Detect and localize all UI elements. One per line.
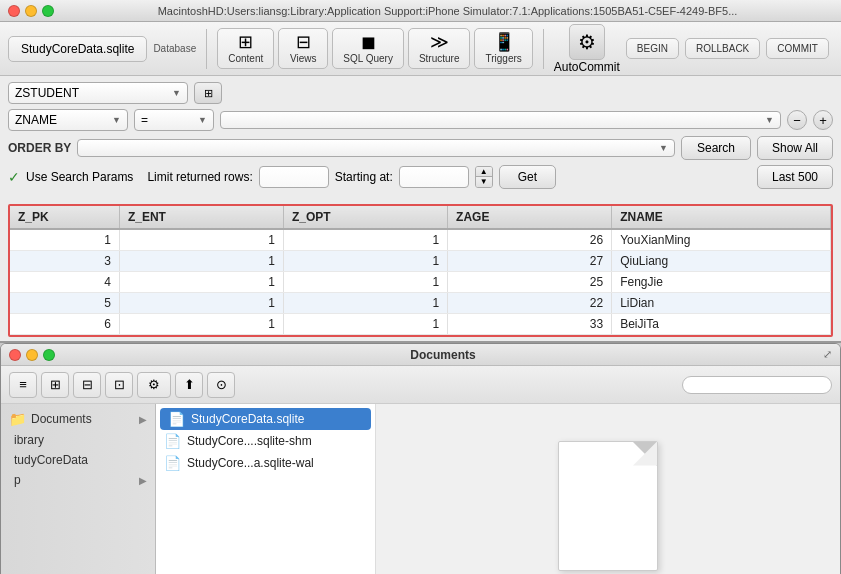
query-row-2: ZNAME ▼ = ▼ ▼ − + [8, 109, 833, 131]
cell-zname: QiuLiang [612, 251, 831, 272]
value-select[interactable]: ▼ [220, 111, 781, 129]
col-header-zopt[interactable]: Z_OPT [283, 206, 447, 229]
maximize-button[interactable] [42, 5, 54, 17]
commit-button[interactable]: COMMIT [766, 38, 829, 59]
cell-zage: 26 [448, 229, 612, 251]
finder-toolbar: ≡ ⊞ ⊟ ⊡ ⚙ ⬆ ⊙ 🔍 [1, 366, 840, 404]
sqlite-wal-filename: StudyCore...a.sqlite-wal [187, 456, 314, 470]
table-row[interactable]: 6 1 1 33 BeiJiTa [10, 314, 831, 335]
cover-flow-button[interactable]: ⊟ [73, 372, 101, 398]
sidebar-item-studycoredata[interactable]: tudyCoreData [1, 450, 155, 470]
check-icon: ✓ [8, 169, 20, 185]
grid-icon-button[interactable]: ⊞ [194, 82, 222, 104]
sidebar-library-label: ibrary [14, 433, 44, 447]
begin-button[interactable]: BEGIN [626, 38, 679, 59]
document-preview [558, 441, 658, 571]
sidebar-item-p[interactable]: p ▶ [1, 470, 155, 490]
column-view-button[interactable]: ⊞ [41, 372, 69, 398]
minimize-button[interactable] [25, 5, 37, 17]
db-filename-button[interactable]: StudyCoreData.sqlite [8, 36, 147, 62]
toggle-button[interactable]: ⊙ [207, 372, 235, 398]
finder-close[interactable] [9, 349, 21, 361]
stepper-down[interactable]: ▼ [476, 177, 492, 187]
finder-search-input[interactable] [682, 376, 832, 394]
show-all-button[interactable]: Show All [757, 136, 833, 160]
finder-minimize[interactable] [26, 349, 38, 361]
expand-icon[interactable]: ⤢ [823, 348, 832, 361]
cell-zent: 1 [119, 293, 283, 314]
finder-sidebar: 📁 Documents ▶ ibrary tudyCoreData p ▶ [1, 404, 156, 574]
grid-view-button[interactable]: ⊡ [105, 372, 133, 398]
toolbar-section-main: ⊞ Content ⊟ Views ◼ SQL Query ≫ Structur… [217, 28, 533, 69]
folder-icon: 📁 [9, 411, 26, 427]
order-by-label: ORDER BY [8, 141, 71, 155]
share-button[interactable]: ⬆ [175, 372, 203, 398]
cell-zent: 1 [119, 251, 283, 272]
cell-zname: BeiJiTa [612, 314, 831, 335]
order-by-select[interactable]: ▼ [77, 139, 675, 157]
table-select[interactable]: ZSTUDENT ▼ [8, 82, 188, 104]
triggers-label: Triggers [485, 53, 521, 64]
sidebar-studycore-label: tudyCoreData [14, 453, 88, 467]
file-item-sqlite-shm[interactable]: 📄 StudyCore....sqlite-shm [156, 430, 375, 452]
remove-condition-button[interactable]: − [787, 110, 807, 130]
sql-query-button[interactable]: ◼ SQL Query [332, 28, 404, 69]
close-button[interactable] [8, 5, 20, 17]
add-condition-button[interactable]: + [813, 110, 833, 130]
finder-maximize[interactable] [43, 349, 55, 361]
structure-button[interactable]: ≫ Structure [408, 28, 471, 69]
last500-button[interactable]: Last 500 [757, 165, 833, 189]
stepper-up[interactable]: ▲ [476, 167, 492, 177]
sqlite-wal-icon: 📄 [164, 455, 181, 471]
cell-zpk: 6 [10, 314, 119, 335]
stepper: ▲ ▼ [475, 166, 493, 188]
table-select-value: ZSTUDENT [15, 86, 79, 100]
main-toolbar: StudyCoreData.sqlite Database ⊞ Content … [0, 22, 841, 76]
commit-label: COMMIT [777, 43, 818, 54]
content-icon: ⊞ [238, 33, 253, 51]
table-row[interactable]: 3 1 1 27 QiuLiang [10, 251, 831, 272]
autocommit-section: ⚙ AutoCommit [554, 24, 620, 74]
table-row[interactable]: 5 1 1 22 LiDian [10, 293, 831, 314]
traffic-lights [8, 5, 54, 17]
cell-zage: 27 [448, 251, 612, 272]
structure-label: Structure [419, 53, 460, 64]
rollback-button[interactable]: ROLLBACK [685, 38, 760, 59]
file-item-sqlite[interactable]: 📄 StudyCoreData.sqlite [160, 408, 371, 430]
col-header-zname[interactable]: ZNAME [612, 206, 831, 229]
col-header-zpk[interactable]: Z_PK [10, 206, 119, 229]
table-header-row: Z_PK Z_ENT Z_OPT ZAGE ZNAME [10, 206, 831, 229]
cell-zpk: 4 [10, 272, 119, 293]
database-label: Database [153, 43, 196, 54]
list-view-button[interactable]: ≡ [9, 372, 37, 398]
views-button[interactable]: ⊟ Views [278, 28, 328, 69]
finder-content: 📁 Documents ▶ ibrary tudyCoreData p ▶ [1, 404, 840, 574]
sidebar-item-documents[interactable]: 📁 Documents ▶ [1, 408, 155, 430]
sqlite-shm-icon: 📄 [164, 433, 181, 449]
query-row-1: ZSTUDENT ▼ ⊞ [8, 82, 833, 104]
rollback-label: ROLLBACK [696, 43, 749, 54]
cell-zopt: 1 [283, 314, 447, 335]
sidebar-item-library[interactable]: ibrary [1, 430, 155, 450]
cell-zent: 1 [119, 229, 283, 251]
col-header-zent[interactable]: Z_ENT [119, 206, 283, 229]
content-button[interactable]: ⊞ Content [217, 28, 274, 69]
operator-select[interactable]: = ▼ [134, 109, 214, 131]
limit-input[interactable] [259, 166, 329, 188]
action-button[interactable]: ⚙ [137, 372, 171, 398]
table-row[interactable]: 4 1 1 25 FengJie [10, 272, 831, 293]
use-params-label: Use Search Params [26, 170, 133, 184]
triggers-button[interactable]: 📱 Triggers [474, 28, 532, 69]
column-select[interactable]: ZNAME ▼ [8, 109, 128, 131]
starting-input[interactable] [399, 166, 469, 188]
file-item-sqlite-wal[interactable]: 📄 StudyCore...a.sqlite-wal [156, 452, 375, 474]
col-header-zage[interactable]: ZAGE [448, 206, 612, 229]
data-table-container: Z_PK Z_ENT Z_OPT ZAGE ZNAME 1 1 1 26 You… [8, 204, 833, 337]
table-row[interactable]: 1 1 1 26 YouXianMing [10, 229, 831, 251]
autocommit-label: AutoCommit [554, 60, 620, 74]
query-row-4: ✓ Use Search Params Limit returned rows:… [8, 165, 833, 189]
get-button[interactable]: Get [499, 165, 556, 189]
operator-select-arrow: ▼ [198, 115, 207, 125]
search-button[interactable]: Search [681, 136, 751, 160]
file-list: 📄 StudyCoreData.sqlite 📄 StudyCore....sq… [156, 404, 376, 574]
